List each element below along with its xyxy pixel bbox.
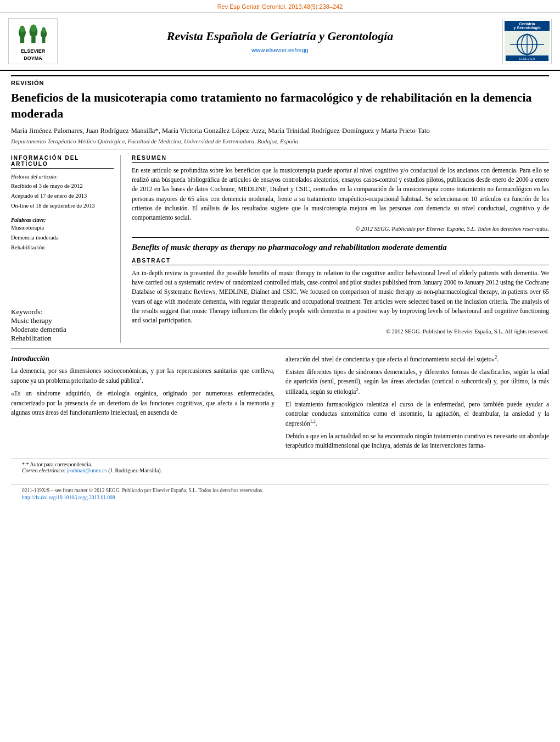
journal-website: www.elsevier.es/regg xyxy=(63,47,497,53)
keywords-list-es: Musicoterapia Demencia moderada Rehabili… xyxy=(11,223,114,253)
article-type-label: REVISIÓN xyxy=(11,75,549,88)
online-date: On-line el 18 de septiembre de 2013 xyxy=(11,201,114,211)
footer-issn: 0211-139X/$ – see front matter © 2012 SE… xyxy=(22,488,538,493)
body-right-text: alteración del nivel de conciencia y que… xyxy=(285,354,549,451)
elsevier-tree-icon xyxy=(17,21,49,44)
svg-point-2 xyxy=(20,25,25,32)
journal-header: ELSEVIER DOYMA Revista Española de Geria… xyxy=(0,13,560,71)
abstract-es-text: En este artículo se profundiza sobre los… xyxy=(132,166,549,223)
svg-point-5 xyxy=(30,25,36,32)
journal-main-title: Revista Española de Geriatría y Gerontol… xyxy=(63,29,497,43)
accepted-date: Aceptado el 17 de enero de 2013 xyxy=(11,191,114,201)
journal-title-center: Revista Española de Geriatría y Gerontol… xyxy=(63,29,497,53)
elsevier-text1: ELSEVIER xyxy=(12,48,54,54)
abstract-en-copyright: © 2012 SEGG. Published by Elsevier Españ… xyxy=(132,328,549,334)
footnote-section: * * Autor para correspondencia. Correo e… xyxy=(11,459,549,476)
article-history: Historia del artículo: Recibido el 3 de … xyxy=(11,172,114,211)
footer-doi[interactable]: http://dx.doi.org/10.1016/j.regg.2013.01… xyxy=(22,495,538,500)
received-date: Recibido el 3 de mayo de 2012 xyxy=(11,181,114,191)
keyword-en-2: Moderate dementia xyxy=(11,325,114,334)
svg-rect-3 xyxy=(31,37,35,43)
body-left-text: La demencia, por sus dimensiones socioec… xyxy=(11,366,275,417)
elsevier-logo: ELSEVIER DOYMA xyxy=(8,18,58,64)
footnote-asterisk: * * Autor para correspondencia. xyxy=(22,461,538,467)
page-wrapper: Rev Esp Geriatr Gerontol. 2013;48(5):238… xyxy=(0,0,560,504)
abstract-es-label: RESUMEN xyxy=(132,155,549,163)
authors-text: María Jiménez-Palomares, Juan Rodríguez-… xyxy=(11,127,430,135)
elsevier-text2: DOYMA xyxy=(12,55,54,61)
body-para-4: Existen diferentes tipos de síndromes de… xyxy=(285,367,549,397)
geo-title: Geriatríay Gerontología xyxy=(505,21,550,31)
main-content: REVISIÓN Beneficios de la musicoterapia … xyxy=(0,71,560,504)
email-label: Correo electrónico: xyxy=(22,467,65,473)
svg-point-8 xyxy=(42,27,46,33)
body-right-col: alteración del nivel de conciencia y que… xyxy=(285,354,549,454)
body-para-2: «Es un síndrome adquirido, de etiología … xyxy=(11,389,275,417)
abstract-es-copyright: © 2012 SEGG. Publicado por Elsevier Espa… xyxy=(132,226,549,232)
keyword-3: Rehabilitación xyxy=(11,243,114,253)
authors: María Jiménez-Palomares, Juan Rodríguez-… xyxy=(11,126,549,136)
body-para-3: alteración del nivel de conciencia y que… xyxy=(285,354,549,364)
email-suffix: (J. Rodríguez-Mansilla). xyxy=(108,467,162,473)
body-para-1: La demencia, por sus dimensiones socioec… xyxy=(11,366,275,386)
abstract-en-section: Benefits of music therapy as therapy no … xyxy=(132,237,549,334)
keywords-label-es: Palabras clave: xyxy=(11,217,114,223)
keywords-section-en: Keywords: Music therapy Moderate dementi… xyxy=(11,308,114,343)
history-label: Historia del artículo: xyxy=(11,172,114,181)
email-address[interactable]: jrodman@unex.es xyxy=(67,467,107,473)
journal-reference: Rev Esp Geriatr Gerontol. 2013;48(5):238… xyxy=(217,3,343,10)
keyword-en-3: Rehabilitation xyxy=(11,334,114,343)
article-info-label: INFORMACIÓN DEL ARTÍCULO xyxy=(11,155,114,169)
keywords-label-en: Keywords: xyxy=(11,308,114,316)
affiliation: Departamento Terapéutico Médico-Quirúrgi… xyxy=(11,138,549,149)
svg-rect-6 xyxy=(42,38,46,43)
journal-ref-bar: Rev Esp Geriatr Gerontol. 2013;48(5):238… xyxy=(0,0,560,13)
abstract-en-text: An in-depth review is presented the poss… xyxy=(132,269,549,326)
abstract-en-label: ABSTRACT xyxy=(132,258,549,265)
footnote-email: Correo electrónico: jrodman@unex.es (J. … xyxy=(22,467,538,473)
body-section: Introducción La demencia, por sus dimens… xyxy=(11,354,549,454)
body-para-6: Debido a que en la actualidad no se ha e… xyxy=(285,432,549,451)
body-left-col: Introducción La demencia, por sus dimens… xyxy=(11,354,275,454)
english-article-title: Benefits of music therapy as therapy no … xyxy=(132,242,549,253)
article-info-col: INFORMACIÓN DEL ARTÍCULO Historia del ar… xyxy=(11,155,121,343)
svg-text:ELSEVIER: ELSEVIER xyxy=(519,57,535,60)
abstracts-col: RESUMEN En este artículo se profundiza s… xyxy=(132,155,549,343)
keywords-list-en: Music therapy Moderate dementia Rehabili… xyxy=(11,316,114,343)
footer: 0211-139X/$ – see front matter © 2012 SE… xyxy=(11,484,549,504)
body-para-5: El tratamiento farmacológico ralentiza e… xyxy=(285,400,549,429)
article-title-spanish: Beneficios de la musicoterapia como trat… xyxy=(11,90,549,121)
keywords-section-es: Palabras clave: Musicoterapia Demencia m… xyxy=(11,217,114,253)
body-section-title: Introducción xyxy=(11,354,275,363)
geo-logo-icon: ELSEVIER xyxy=(505,31,550,61)
keyword-1: Musicoterapia xyxy=(11,223,114,233)
abstract-es-section: RESUMEN En este artículo se profundiza s… xyxy=(132,155,549,232)
abstract-section: INFORMACIÓN DEL ARTÍCULO Historia del ar… xyxy=(11,155,549,349)
keyword-2: Demencia moderada xyxy=(11,233,114,243)
gerontologia-logo: Geriatríay Gerontología ELSEVIER xyxy=(502,19,552,64)
keyword-en-1: Music therapy xyxy=(11,316,114,325)
